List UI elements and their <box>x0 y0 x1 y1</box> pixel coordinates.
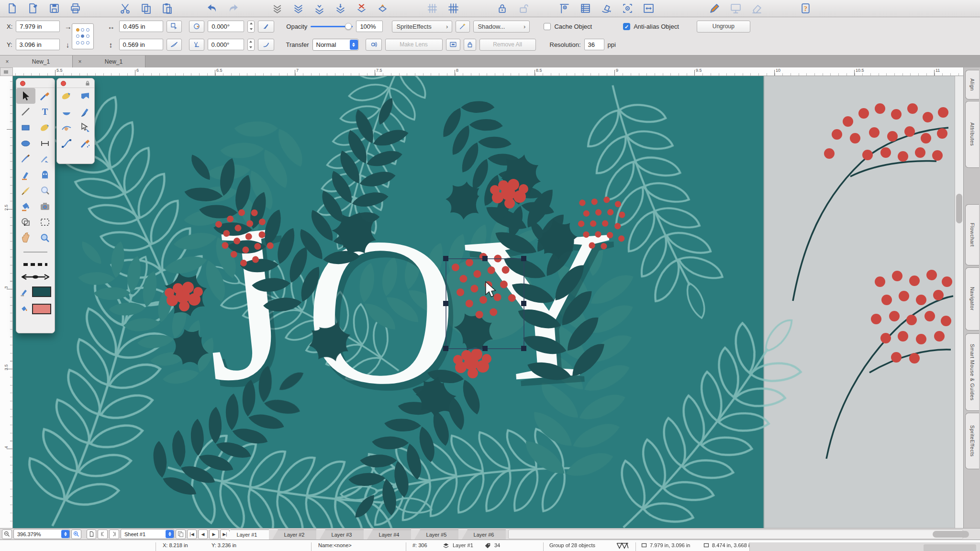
quill-tool[interactable] <box>16 183 35 198</box>
arrange-move-below-icon[interactable] <box>313 2 326 15</box>
edit-pen-icon[interactable] <box>708 2 721 15</box>
redo-icon[interactable] <box>227 2 240 15</box>
scale-options-button[interactable] <box>167 21 182 33</box>
width-input[interactable]: 0.495 in <box>119 21 163 32</box>
line-tool[interactable] <box>16 104 35 120</box>
checkbox-box-checked[interactable]: ✓ <box>623 23 630 30</box>
paint-bucket-tool[interactable] <box>16 198 35 214</box>
airbrush-tool[interactable] <box>76 135 94 151</box>
skew-stepper[interactable] <box>247 39 255 51</box>
close-dot-icon[interactable] <box>20 81 25 86</box>
ruler-origin-box[interactable] <box>0 67 13 76</box>
polygon-tool[interactable] <box>76 88 94 104</box>
shadow-button[interactable]: Shadow...› <box>473 21 530 33</box>
dropdown-stepper-icon[interactable] <box>61 530 69 538</box>
resize-grip[interactable] <box>924 544 976 551</box>
scalpel-tool[interactable] <box>35 151 55 167</box>
handle-top-right[interactable] <box>521 256 526 261</box>
arrange-bring-to-front-icon[interactable] <box>376 2 389 15</box>
close-tab-icon[interactable]: × <box>4 58 11 65</box>
first-page-button[interactable]: |◀ <box>187 529 197 539</box>
vertical-ruler[interactable]: 2.5 3 3.5 4 <box>0 76 13 528</box>
palette-titlebar[interactable] <box>57 78 94 88</box>
blob-brush-tool[interactable] <box>57 88 76 104</box>
wand-button[interactable] <box>456 21 470 33</box>
stroke-color-well[interactable] <box>16 283 55 300</box>
close-tab-icon[interactable]: × <box>77 58 83 65</box>
palette-tab-flowchart[interactable]: Flowchart <box>965 204 979 265</box>
text-tool[interactable]: T <box>35 104 55 120</box>
curve-edit-tool[interactable] <box>57 120 76 135</box>
horizontal-scrollbar-thumb[interactable] <box>933 531 969 538</box>
print-icon[interactable] <box>69 2 82 15</box>
handle-bottom-mid[interactable] <box>482 346 488 351</box>
previous-sheet-button[interactable] <box>98 529 108 539</box>
rotate-button[interactable] <box>189 21 204 33</box>
new-document-icon[interactable] <box>6 2 19 15</box>
resolution-input[interactable]: 36 <box>584 39 604 50</box>
show-grid-icon[interactable] <box>426 2 439 15</box>
layer-tab-6[interactable]: Layer #6 <box>462 529 506 540</box>
grid-paper-icon[interactable] <box>579 2 592 15</box>
hand-tool[interactable] <box>16 230 35 246</box>
skew-options-button[interactable] <box>167 39 182 51</box>
horizontal-scrollbar[interactable] <box>508 529 963 539</box>
previous-page-button[interactable]: ◀ <box>198 529 208 539</box>
handle-bottom-left[interactable] <box>443 346 448 351</box>
registration-point-icon[interactable] <box>621 2 634 15</box>
remove-all-button[interactable]: Remove All <box>479 39 536 51</box>
smart-guides-icon[interactable] <box>558 2 571 15</box>
transfer-select[interactable]: Normal <box>312 39 358 51</box>
palette-tab-smart-mouse-guides[interactable]: Smart Mouse & Guides <box>965 333 979 411</box>
palette-tab-navigator[interactable]: Navigator <box>965 267 979 331</box>
arrange-send-backward-icon[interactable] <box>292 2 305 15</box>
shear-button[interactable] <box>189 39 204 51</box>
eraser-icon[interactable] <box>750 2 763 15</box>
undo-icon[interactable] <box>206 2 219 15</box>
dash-style-selector[interactable] <box>16 258 55 271</box>
vertical-scrollbar-thumb[interactable] <box>956 194 962 223</box>
vertical-scrollbar[interactable] <box>955 76 963 528</box>
palette-tab-align[interactable]: Align <box>965 70 979 99</box>
canvas-area[interactable]: J O Y J O Y <box>13 76 955 528</box>
document-tab-1[interactable]: × New_1 <box>0 55 73 67</box>
arrange-move-above-icon[interactable] <box>334 2 347 15</box>
duplicate-sheet-button[interactable] <box>176 529 186 539</box>
handle-bottom-right[interactable] <box>521 346 526 351</box>
crop-shape-tool[interactable] <box>16 214 35 230</box>
stroke-color-swatch[interactable] <box>32 287 51 297</box>
stroke-width-preview[interactable] <box>16 246 55 258</box>
y-input[interactable]: 3.096 in <box>16 39 60 50</box>
select-tool[interactable] <box>16 88 35 104</box>
rotate-handle-button[interactable] <box>258 21 274 33</box>
dropdown-stepper-icon[interactable] <box>166 530 174 538</box>
horizontal-ruler[interactable]: 5.5 6 6.5 7 7.5 8 8.5 9 9.5 10 10.5 11 <box>13 67 963 76</box>
opacity-slider[interactable] <box>311 22 353 31</box>
rotation-stepper[interactable] <box>247 21 255 33</box>
arrange-send-to-back-icon[interactable] <box>271 2 284 15</box>
arrange-bring-forward-icon[interactable] <box>355 2 368 15</box>
ellipse-tool[interactable] <box>16 135 35 151</box>
save-icon[interactable] <box>48 2 61 15</box>
zoom-in-button[interactable] <box>71 529 81 539</box>
handle-mid-left[interactable] <box>443 301 448 306</box>
bezier-tool[interactable] <box>57 135 76 151</box>
layer-tab-3[interactable]: Layer #3 <box>320 529 364 540</box>
handle-top-mid[interactable] <box>482 256 488 261</box>
paintbrush-tool[interactable] <box>35 88 55 104</box>
transfer-options-button[interactable] <box>366 39 382 51</box>
loupe-tool[interactable] <box>35 183 55 198</box>
layer-tab-2[interactable]: Layer #2 <box>272 529 316 540</box>
handle-mid-right[interactable] <box>521 301 526 306</box>
zoom-tool[interactable] <box>35 230 55 246</box>
resize-object-icon[interactable] <box>642 2 655 15</box>
zoom-level-select[interactable]: 396.379% <box>13 529 70 539</box>
paste-icon[interactable] <box>161 2 174 15</box>
x-input[interactable]: 7.979 in <box>16 21 60 32</box>
rotation-input[interactable]: 0.000° <box>208 21 244 32</box>
unlock-object-icon[interactable] <box>517 2 530 15</box>
next-page-button[interactable]: ▶ <box>209 529 219 539</box>
lens-options-button[interactable] <box>446 39 460 51</box>
anti-alias-checkbox[interactable]: ✓ Anti-alias Object <box>623 23 679 30</box>
marquee-tool[interactable] <box>35 214 55 230</box>
